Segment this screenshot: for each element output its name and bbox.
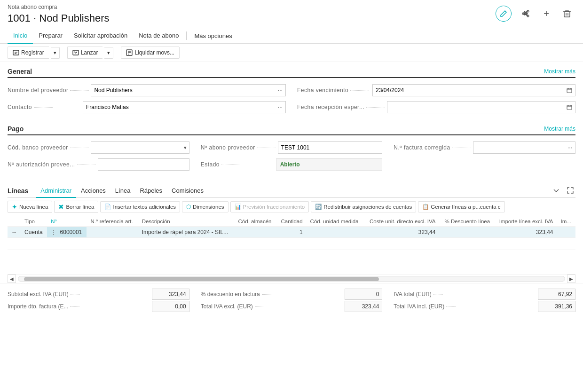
row-tipo-cell[interactable]: Cuenta	[21, 227, 47, 238]
general-more[interactable]: Mostrar más	[544, 68, 575, 75]
footer-col-3: IVA total (EUR) 67,92 Total IVA incl. (E…	[394, 288, 575, 313]
fecha-vencimiento-calendar[interactable]	[564, 84, 575, 96]
footer-col-2: % descuento en factura 0 Total IVA excl.…	[201, 288, 383, 313]
fecha-recepcion-input[interactable]	[387, 101, 564, 113]
top-bar: + Nota abono compra 1001 · Nod Publisher…	[0, 0, 583, 24]
scroll-area: ◀ ▶	[8, 274, 575, 283]
dimensiones-button[interactable]: ⬡ Dimensiones	[182, 201, 228, 212]
registrar-dropdown[interactable]: ▾	[51, 47, 60, 59]
row-almacen-cell[interactable]	[235, 227, 276, 238]
redistribuir-button[interactable]: 🔄 Redistribuir asignaciones de cuentas	[311, 201, 416, 212]
nueva-linea-button[interactable]: ✦ Nueva línea	[8, 201, 52, 213]
estado-label: Estado	[201, 161, 276, 168]
fecha-vencimiento-input[interactable]	[372, 84, 564, 96]
tab-mas-opciones[interactable]: Más opciones	[189, 29, 237, 43]
fecha-vencimiento-row: Fecha vencimiento	[297, 84, 575, 97]
lines-tab-linea[interactable]: Línea	[110, 184, 135, 198]
pago-form: Cód. banco proveedor Nº abono proveedor …	[8, 141, 575, 177]
lanzar-dropdown[interactable]: ▾	[104, 47, 113, 59]
num-factura-input[interactable]	[473, 141, 565, 154]
insertar-textos-button[interactable]: 📄 Insertar textos adicionales	[100, 201, 180, 212]
row-unidad-cell[interactable]	[307, 227, 364, 238]
num-factura-lookup[interactable]: ···	[565, 141, 575, 154]
row-dots-icon[interactable]: ⋮	[51, 229, 56, 235]
borrar-linea-button[interactable]: ✖ Borrar línea	[54, 201, 98, 213]
estado-row: Estado Abierto	[201, 158, 383, 171]
generar-button[interactable]: 📋 Generar líneas a p...cuenta c	[418, 201, 504, 212]
scroll-right-button[interactable]: ▶	[567, 274, 575, 283]
edit-button[interactable]	[496, 6, 512, 22]
row-descuento-cell[interactable]	[439, 227, 494, 238]
contacto-lookup[interactable]: ···	[275, 101, 286, 113]
cod-banco-select[interactable]	[91, 141, 189, 154]
col-unidad-header: Cód. unidad medida	[307, 216, 364, 227]
scrollbar-thumb[interactable]	[24, 277, 379, 282]
svg-rect-12	[73, 50, 79, 55]
row-importe-cell[interactable]: 323,44	[494, 227, 557, 238]
share-button[interactable]	[519, 7, 532, 20]
dimensiones-icon: ⬡	[186, 204, 191, 210]
lines-expand-button[interactable]	[551, 185, 561, 197]
svg-point-1	[527, 10, 529, 12]
general-title: General	[8, 68, 32, 75]
col-arrow-header	[8, 216, 21, 227]
footer-section: Subtotal excl. IVA (EUR) 323,44 Importe …	[0, 283, 583, 317]
importe-dto-value[interactable]: 0,00	[152, 301, 189, 312]
row-descripcion-cell[interactable]: Importe de rápel para 2024 - SIL...	[138, 227, 235, 238]
top-actions: +	[496, 6, 574, 22]
lines-fullscreen-button[interactable]	[565, 185, 575, 197]
row-num-cell[interactable]: ⋮ 6000001	[47, 227, 87, 238]
table-header-row: Tipo N° N.° referencia art. Descripción …	[8, 216, 575, 227]
pct-descuento-label: % descuento en factura	[201, 291, 343, 298]
scroll-left-button[interactable]: ◀	[8, 274, 16, 283]
horizontal-scrollbar[interactable]	[18, 276, 565, 282]
pago-more[interactable]: Mostrar más	[544, 125, 575, 132]
pago-section: Pago Mostrar más Cód. banco proveedor Nº…	[0, 119, 583, 177]
svg-point-2	[527, 15, 529, 17]
row-importe-value: 323,44	[536, 229, 553, 235]
nombre-proveedor-input[interactable]	[91, 84, 275, 96]
lanzar-button[interactable]: Lanzar	[67, 47, 103, 59]
row-imp2-cell[interactable]	[557, 227, 575, 238]
num-autorizacion-input[interactable]	[98, 158, 189, 171]
col-descripcion-header: Descripción	[138, 216, 235, 227]
col-descuento-header: % Descuento línea	[439, 216, 494, 227]
cod-banco-row: Cód. banco proveedor	[8, 141, 189, 154]
num-factura-label: N.º factura corregida	[394, 144, 473, 151]
fecha-recepcion-calendar[interactable]	[564, 101, 575, 113]
registrar-button[interactable]: Registrar	[8, 47, 49, 59]
lines-tabs: Líneas Administrar Acciones Línea Rápele…	[8, 184, 575, 198]
tab-nota[interactable]: Nota de abono	[133, 28, 184, 44]
toolbar: Registrar ▾ Lanzar ▾ Liquidar movs...	[0, 44, 583, 62]
lines-tab-acciones[interactable]: Acciones	[76, 184, 110, 198]
row-descripcion-value: Importe de rápel para 2024 - SIL...	[142, 229, 228, 235]
total-iva-excl-row: Total IVA excl. (EUR) 323,44	[201, 300, 383, 313]
tab-preparar[interactable]: Preparar	[33, 28, 68, 44]
iva-total-row: IVA total (EUR) 67,92	[394, 288, 575, 300]
num-factura-input-group: ···	[473, 141, 575, 154]
delete-button[interactable]	[560, 7, 574, 20]
tab-inicio[interactable]: Inicio	[8, 28, 33, 44]
nombre-proveedor-input-group: ···	[91, 84, 286, 96]
generar-icon: 📋	[422, 204, 429, 210]
row-coste-cell[interactable]: 323,44	[364, 227, 440, 238]
total-iva-excl-value: 323,44	[345, 301, 382, 312]
liquidar-icon	[126, 49, 133, 56]
general-section: General Mostrar más Nombre del proveedor…	[0, 62, 583, 119]
tab-solicitar[interactable]: Solicitar aprobación	[68, 28, 133, 44]
row-arrow-icon: →	[11, 229, 17, 235]
nombre-proveedor-lookup[interactable]: ···	[275, 84, 286, 96]
liquidar-button[interactable]: Liquidar movs...	[121, 47, 180, 59]
lines-tab-administrar[interactable]: Administrar	[36, 184, 76, 198]
lines-tab-comisiones[interactable]: Comisiones	[167, 184, 208, 198]
lines-tab-rapeles[interactable]: Rápeles	[135, 184, 167, 198]
estado-container: Abierto	[276, 158, 383, 171]
num-factura-row: N.º factura corregida ···	[394, 141, 575, 154]
row-cantidad-cell[interactable]: 1	[276, 227, 307, 238]
add-button[interactable]: +	[540, 7, 553, 20]
num-abono-input[interactable]	[278, 141, 383, 154]
row-referencia-cell[interactable]	[87, 227, 138, 238]
contacto-input[interactable]	[83, 101, 275, 113]
prevision-button[interactable]: 📊 Previsión fraccionamiento	[230, 201, 309, 212]
subtotal-row: Subtotal excl. IVA (EUR) 323,44	[8, 288, 189, 300]
